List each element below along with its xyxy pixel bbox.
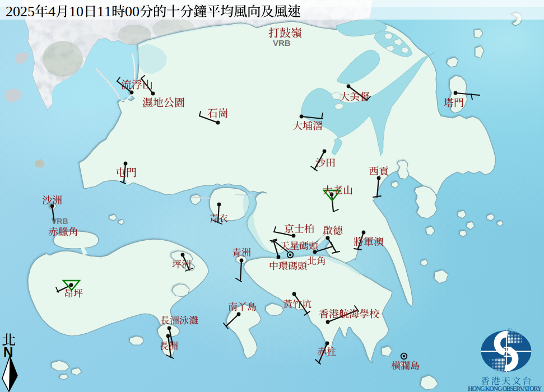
svg-text:1: 1 <box>104 3 111 20</box>
svg-text:2: 2 <box>6 3 13 20</box>
svg-text:0: 0 <box>132 3 140 20</box>
svg-text:0: 0 <box>76 3 83 20</box>
svg-text:4: 4 <box>48 3 55 20</box>
svg-text:0: 0 <box>13 3 20 20</box>
svg-text:0: 0 <box>125 3 132 20</box>
svg-text:2: 2 <box>20 3 27 20</box>
svg-text:VRB: VRB <box>273 38 291 48</box>
svg-text:HONG KONG OBSERVATORY: HONG KONG OBSERVATORY <box>468 385 542 392</box>
svg-text:1: 1 <box>97 3 104 20</box>
svg-text:5: 5 <box>27 3 35 20</box>
svg-text:N: N <box>3 344 13 360</box>
svg-text:1: 1 <box>69 3 76 20</box>
svg-text:VRB: VRB <box>52 217 68 226</box>
